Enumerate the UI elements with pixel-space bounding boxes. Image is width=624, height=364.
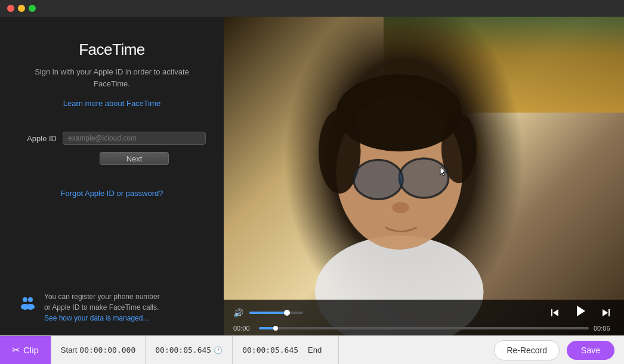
start-time: 00:00:00.000	[79, 346, 135, 354]
svg-marker-16	[553, 309, 558, 316]
skip-back-button[interactable]	[546, 307, 563, 319]
volume-icon: 🔊	[233, 308, 243, 318]
controls-top: 🔊	[233, 304, 614, 321]
start-segment: Start 00:00:00.000	[51, 336, 146, 364]
title-bar	[0, 0, 624, 17]
svg-point-0	[23, 297, 27, 302]
facetime-title: FaceTime	[79, 41, 145, 59]
svg-point-12	[354, 161, 402, 199]
save-button[interactable]: Save	[567, 341, 614, 360]
time-current: 00:00	[233, 325, 254, 332]
learn-more-link[interactable]: Learn more about FaceTime	[63, 99, 161, 108]
start-label: Start	[61, 346, 77, 354]
register-info-text: You can register your phone numberor App…	[44, 291, 160, 323]
next-button[interactable]: Next	[100, 152, 169, 165]
video-panel: 🔊	[224, 17, 624, 335]
apple-id-input[interactable]	[63, 132, 206, 145]
svg-point-3	[26, 304, 35, 310]
svg-marker-19	[603, 309, 608, 316]
people-icon	[18, 294, 37, 317]
traffic-lights	[7, 5, 36, 12]
bottom-toolbar: ✂ Clip Start 00:00:00.000 00:00:05.645 🕐…	[0, 335, 624, 364]
data-managed-link[interactable]: See how your data is managed...	[44, 314, 149, 322]
video-background	[224, 17, 624, 335]
clip-button[interactable]: ✂ Clip	[0, 336, 51, 364]
play-button[interactable]	[569, 304, 592, 321]
volume-fill	[249, 312, 287, 314]
close-button[interactable]	[7, 5, 14, 12]
middle-time: 00:00:05.645	[155, 346, 211, 354]
controls-bottom: 00:00 00:06	[233, 325, 614, 332]
svg-rect-15	[551, 309, 552, 316]
person-figure	[224, 17, 624, 335]
forgot-link[interactable]: Forgot Apple ID or password?	[61, 189, 163, 198]
clock-icon: 🕐	[214, 346, 223, 354]
apple-id-row: Apple ID	[18, 132, 206, 145]
end-time: 00:00:05.645	[242, 346, 298, 354]
volume-thumb	[284, 310, 290, 316]
progress-thumb	[273, 326, 278, 331]
main-content: FaceTime Sign in with your Apple ID in o…	[0, 17, 624, 335]
register-section: You can register your phone numberor App…	[18, 291, 206, 323]
apple-id-label: Apple ID	[18, 134, 57, 143]
scissors-icon: ✂	[12, 344, 20, 356]
minimize-button[interactable]	[18, 5, 25, 12]
volume-slider[interactable]	[249, 312, 303, 314]
fullscreen-button[interactable]	[29, 5, 36, 12]
end-label: End	[301, 346, 329, 354]
end-segment: 00:00:05.645 End	[233, 336, 339, 364]
video-controls: 🔊	[224, 300, 624, 335]
svg-rect-18	[608, 309, 610, 316]
svg-point-1	[28, 297, 33, 302]
svg-marker-17	[577, 306, 585, 316]
re-record-button[interactable]: Re-Record	[494, 340, 560, 360]
clip-label: Clip	[23, 345, 39, 355]
facetime-panel: FaceTime Sign in with your Apple ID in o…	[0, 17, 224, 335]
facetime-subtitle: Sign in with your Apple ID in order to a…	[18, 66, 206, 89]
svg-point-13	[400, 159, 447, 197]
middle-time-segment[interactable]: 00:00:05.645 🕐	[146, 336, 233, 364]
progress-bar[interactable]	[259, 327, 589, 329]
svg-point-14	[393, 202, 409, 213]
time-total: 00:06	[594, 325, 614, 332]
skip-forward-button[interactable]	[598, 307, 614, 319]
